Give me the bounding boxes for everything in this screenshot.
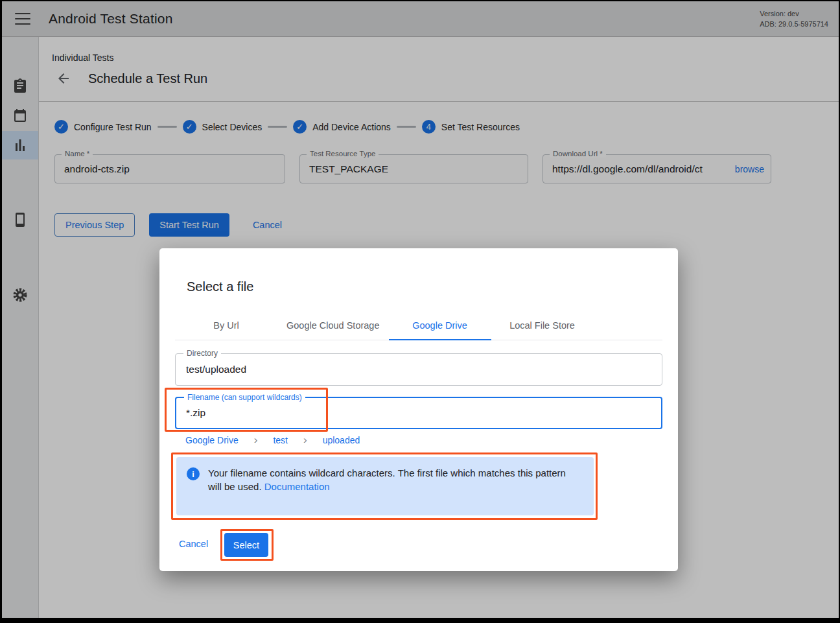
tab-by-url[interactable]: By Url <box>175 311 277 340</box>
screen: Android Test Station Version: dev ADB: 2… <box>2 1 839 618</box>
dialog-tabs: By Url Google Cloud Storage Google Drive… <box>175 311 662 340</box>
path-uploaded[interactable]: uploaded <box>323 435 360 445</box>
filename-input[interactable]: Filename (can support wildcards) *.zip <box>175 397 662 429</box>
path-google-drive[interactable]: Google Drive <box>185 435 239 445</box>
wildcard-info-alert: i Your filename contains wildcard charac… <box>176 457 594 515</box>
info-icon: i <box>187 467 200 480</box>
dialog-title: Select a file <box>187 279 253 294</box>
chevron-right-icon: › <box>254 436 258 445</box>
tab-local-file-store[interactable]: Local File Store <box>491 311 594 340</box>
drive-path-breadcrumb: Google Drive › test › uploaded <box>185 435 360 445</box>
chevron-right-icon: › <box>303 436 307 445</box>
path-test[interactable]: test <box>273 435 288 445</box>
alert-message: Your filename contains wildcard characte… <box>208 466 571 506</box>
select-file-dialog: Select a file By Url Google Cloud Storag… <box>159 248 678 571</box>
dialog-cancel-button[interactable]: Cancel <box>179 539 208 549</box>
documentation-link[interactable]: Documentation <box>264 481 330 492</box>
dialog-select-button[interactable]: Select <box>224 533 268 557</box>
tab-google-cloud-storage[interactable]: Google Cloud Storage <box>277 311 389 340</box>
directory-input[interactable]: Directory test/uploaded <box>175 353 662 386</box>
app-window: Android Test Station Version: dev ADB: 2… <box>0 0 840 623</box>
tab-google-drive[interactable]: Google Drive <box>389 311 491 340</box>
